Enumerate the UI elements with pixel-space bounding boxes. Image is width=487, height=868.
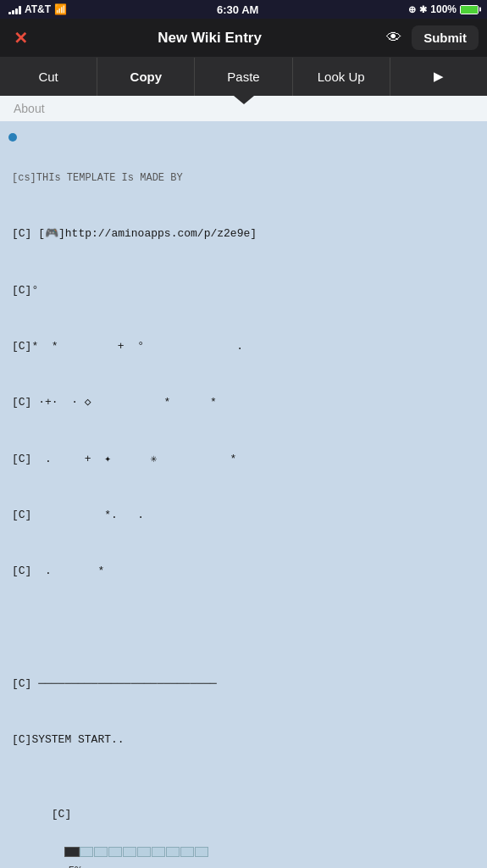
status-right: ⊕ ✱ 100% xyxy=(408,3,479,15)
time-label: 6:30 AM xyxy=(217,3,258,16)
close-button[interactable]: ✕ xyxy=(8,26,33,50)
page-title: New Wiki Entry xyxy=(40,30,379,47)
battery-icon xyxy=(460,5,479,14)
signal-icon xyxy=(8,4,21,14)
editor-line-4: [C]* * + ° . xyxy=(12,337,475,356)
status-left: AT&T 📶 xyxy=(8,3,67,15)
editor-line-7: [C] *. . xyxy=(12,506,475,525)
about-label: About xyxy=(14,102,45,115)
editor-line-1: [cs]THIs TEMPLATE Is MADE BY xyxy=(12,169,475,187)
editor-line-2: [C] [🎮]http://aminoapps.com/p/z2e9e] xyxy=(12,225,475,243)
battery-percent: 100% xyxy=(430,3,457,15)
header-nav: ✕ New Wiki Entry 👁 Submit xyxy=(0,19,487,57)
bluetooth-label: ✱ xyxy=(419,4,427,15)
context-menu: Cut Copy Paste Look Up ▶ xyxy=(0,57,487,96)
carrier-label: AT&T xyxy=(25,3,51,15)
look-up-button[interactable]: Look Up xyxy=(293,58,390,96)
preview-icon[interactable]: 👁 xyxy=(386,29,401,47)
cursor-dot xyxy=(8,133,17,142)
more-button[interactable]: ▶ xyxy=(390,57,487,96)
cut-button[interactable]: Cut xyxy=(0,58,97,96)
paste-button[interactable]: Paste xyxy=(195,58,292,96)
progress-bar: 5% xyxy=(12,846,208,868)
editor-line-11: [C]SYSTEM START.. xyxy=(12,731,475,749)
editor-line-3: [C]° xyxy=(12,281,475,300)
editor-line-6: [C] . + ✦ ✳ * xyxy=(12,450,475,469)
editor-line-8: [C] . * xyxy=(12,562,475,581)
text-editor[interactable]: [cs]THIs TEMPLATE Is MADE BY [C] [🎮]http… xyxy=(0,121,487,868)
editor-line-5: [C] ·+· · ◇ * * xyxy=(12,393,475,412)
editor-content: [cs]THIs TEMPLATE Is MADE BY [C] [🎮]http… xyxy=(12,131,475,868)
editor-line-9 xyxy=(12,618,475,637)
wifi-icon: 📶 xyxy=(54,3,67,15)
status-bar: AT&T 📶 6:30 AM ⊕ ✱ 100% xyxy=(0,0,487,19)
copy-button[interactable]: Copy xyxy=(97,58,195,96)
editor-line-12: [C] 5% xyxy=(12,787,475,868)
submit-button[interactable]: Submit xyxy=(412,25,479,50)
bluetooth-icon: ⊕ xyxy=(408,4,416,15)
editor-line-10: [C] ─────────────────────────── xyxy=(12,675,475,693)
